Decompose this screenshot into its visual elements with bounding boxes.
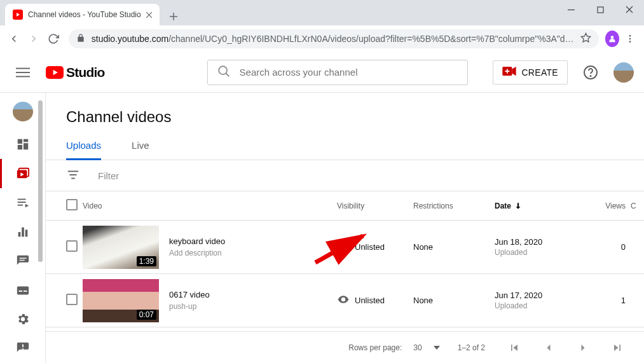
- svg-point-25: [590, 75, 591, 76]
- col-views: Views: [589, 202, 626, 210]
- date-text: Jun 17, 2020: [495, 291, 589, 300]
- row-checkbox[interactable]: [66, 240, 78, 252]
- svg-rect-41: [19, 259, 24, 260]
- sort-desc-icon: [514, 202, 523, 210]
- col-visibility: Visibility: [337, 202, 413, 210]
- row-checkbox[interactable]: [66, 294, 78, 305]
- page-prev[interactable]: [537, 336, 560, 359]
- browser-forward[interactable]: [25, 29, 42, 49]
- sidebar-scrollbar[interactable]: [38, 100, 43, 262]
- search-input[interactable]: [240, 67, 458, 78]
- col-restrictions: Restrictions: [413, 202, 495, 210]
- page-first[interactable]: [503, 336, 526, 359]
- visibility-icon: [337, 293, 350, 308]
- svg-point-10: [610, 36, 613, 39]
- date-status: Uploaded: [495, 248, 589, 257]
- svg-rect-33: [17, 199, 25, 200]
- duration-badge: 1:39: [137, 256, 156, 266]
- svg-rect-49: [71, 177, 75, 179]
- create-button[interactable]: CREATE: [493, 60, 568, 85]
- table-row[interactable]: 0:07 0617 video push-up Unlisted None Ju…: [46, 274, 644, 327]
- sidebar-subtitles[interactable]: [0, 276, 46, 305]
- duration-badge: 0:07: [137, 310, 156, 320]
- studio-logo[interactable]: Studio: [46, 65, 105, 80]
- svg-rect-45: [22, 345, 24, 348]
- page-next[interactable]: [572, 336, 594, 359]
- svg-rect-48: [70, 174, 77, 175]
- svg-rect-27: [23, 139, 27, 142]
- table-header: Video Visibility Restrictions Date Views…: [46, 191, 644, 221]
- filter-icon[interactable]: [66, 168, 80, 184]
- window-minimize[interactable]: [556, 0, 586, 19]
- svg-point-13: [629, 41, 631, 43]
- user-avatar[interactable]: [613, 62, 634, 83]
- visibility-text: Unlisted: [355, 296, 385, 305]
- sidebar-settings[interactable]: [0, 305, 46, 334]
- views-count: 0: [589, 242, 626, 252]
- youtube-icon: [46, 66, 64, 79]
- restrictions-text: None: [413, 296, 495, 305]
- restrictions-text: None: [413, 242, 495, 252]
- search-icon: [217, 64, 231, 80]
- channel-avatar[interactable]: [13, 102, 33, 121]
- tab-title: Channel videos - YouTube Studio: [28, 10, 141, 19]
- pagination: Rows per page: 30 1–2 of 2: [46, 331, 644, 363]
- url-box[interactable]: studio.youtube.com/channel/UCy0_hgRIY6IB…: [69, 29, 599, 48]
- date-text: Jun 18, 2020: [495, 237, 589, 247]
- browser-menu[interactable]: [622, 29, 639, 49]
- date-status: Uploaded: [495, 301, 589, 310]
- browser-reload[interactable]: [45, 29, 62, 49]
- tab-uploads[interactable]: Uploads: [66, 140, 101, 160]
- app-header: Studio CREATE: [0, 52, 644, 93]
- help-button[interactable]: [578, 60, 603, 85]
- new-tab-button[interactable]: [165, 8, 182, 25]
- create-icon: [502, 66, 516, 78]
- url-text: studio.youtube.com/channel/UCy0_hgRIY6IB…: [92, 34, 574, 44]
- hamburger-menu[interactable]: [10, 60, 36, 85]
- svg-rect-39: [25, 229, 27, 236]
- table-row[interactable]: 1:39 keyboard video Add description Unli…: [46, 221, 644, 274]
- svg-point-18: [219, 66, 227, 74]
- video-description: push-up: [169, 302, 210, 311]
- svg-rect-44: [23, 291, 26, 292]
- svg-rect-38: [22, 228, 24, 237]
- rows-per-page-select[interactable]: 30: [413, 343, 439, 352]
- tab-live[interactable]: Live: [132, 140, 149, 160]
- window-maximize[interactable]: [586, 0, 615, 19]
- col-comments: C: [626, 202, 638, 210]
- svg-rect-16: [16, 76, 30, 77]
- svg-rect-29: [17, 145, 22, 149]
- filter-label[interactable]: Filter: [98, 170, 119, 181]
- logo-text: Studio: [66, 65, 105, 80]
- svg-rect-34: [17, 202, 25, 203]
- browser-back[interactable]: [5, 29, 22, 49]
- profile-avatar-browser[interactable]: [605, 31, 619, 47]
- col-date[interactable]: Date: [495, 202, 589, 210]
- video-thumbnail[interactable]: 0:07: [83, 279, 159, 322]
- svg-rect-40: [19, 257, 26, 258]
- video-title: keyboard video: [169, 236, 225, 246]
- browser-tab[interactable]: Channel videos - YouTube Studio: [5, 4, 160, 25]
- youtube-favicon: [13, 10, 23, 20]
- window-close[interactable]: [615, 0, 644, 19]
- page-last[interactable]: [606, 336, 629, 359]
- svg-marker-9: [581, 33, 590, 41]
- sidebar-feedback[interactable]: [0, 334, 46, 363]
- tab-close-icon[interactable]: [146, 10, 152, 20]
- svg-line-19: [226, 73, 229, 76]
- svg-marker-52: [434, 346, 440, 350]
- svg-rect-37: [18, 232, 20, 236]
- video-thumbnail[interactable]: 1:39: [83, 226, 159, 269]
- svg-rect-26: [17, 139, 22, 144]
- svg-marker-4: [17, 13, 20, 17]
- svg-rect-35: [17, 205, 22, 206]
- visibility-icon: [337, 240, 350, 254]
- video-description: Add description: [169, 249, 225, 257]
- search-box[interactable]: [207, 60, 468, 85]
- svg-rect-14: [16, 67, 30, 69]
- svg-rect-1: [598, 7, 603, 13]
- page-title: Channel videos: [46, 93, 644, 128]
- svg-rect-43: [18, 291, 22, 292]
- select-all-checkbox[interactable]: [66, 199, 78, 210]
- star-icon[interactable]: [580, 32, 591, 45]
